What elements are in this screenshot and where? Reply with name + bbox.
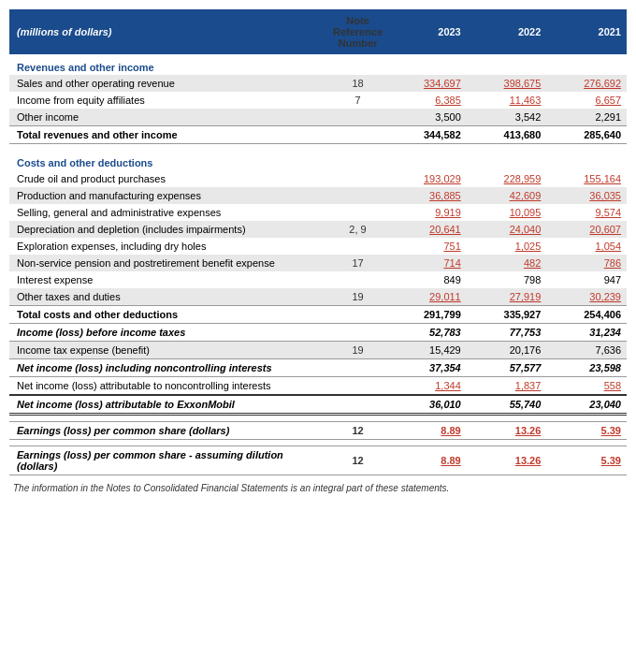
row-val-2022: 20,176 [467, 342, 547, 359]
row-val-2022: 1,025 [467, 238, 547, 255]
row-label: Production and manufacturing expenses [9, 187, 329, 204]
financial-statement: (millions of dollars) Note Reference Num… [9, 9, 627, 493]
row-val-2021: 23,598 [546, 359, 627, 377]
row-val-2022: 24,040 [467, 221, 547, 238]
row-note [329, 324, 386, 342]
row-label: Total costs and other deductions [9, 306, 329, 324]
row-label: Income from equity affiliates [9, 92, 329, 109]
table-row: Net income (loss) attributable to noncon… [9, 377, 627, 396]
table-row: Net income (loss) including noncontrolli… [9, 359, 627, 377]
table-row: Income from equity affiliates 7 6,385 11… [9, 92, 627, 109]
row-val-2022: 27,919 [467, 288, 547, 306]
row-val-2021: 558 [546, 377, 627, 396]
row-val-2021: 1,054 [546, 238, 627, 255]
row-label: Net income (loss) attributable to noncon… [9, 377, 329, 396]
row-val-2023: 291,799 [386, 306, 467, 324]
row-val-2021: 36,035 [546, 187, 627, 204]
header-2023: 2023 [386, 9, 467, 54]
header-2021: 2021 [546, 9, 627, 54]
row-val-2023: 751 [386, 238, 467, 255]
table-row: Exploration expenses, including dry hole… [9, 238, 627, 255]
header-2022: 2022 [467, 9, 547, 54]
table-row: Interest expense 849 798 947 [9, 271, 627, 288]
row-val-2023: 714 [386, 255, 467, 271]
table-row: Selling, general and administrative expe… [9, 204, 627, 221]
row-val-2021: 30,239 [546, 288, 627, 306]
row-val-2023: 9,919 [386, 204, 467, 221]
row-val-2023: 36,885 [386, 187, 467, 204]
row-val-2023: 52,783 [386, 324, 467, 342]
row-val-2023: 15,429 [386, 342, 467, 359]
row-note: 17 [329, 255, 386, 271]
row-note [329, 359, 386, 377]
row-val-2023: 20,641 [386, 221, 467, 238]
row-val-2023: 334,697 [386, 75, 467, 92]
row-note [329, 126, 386, 144]
table-row: Income tax expense (benefit) 19 15,429 2… [9, 342, 627, 359]
row-note: 12 [329, 446, 386, 475]
table-row: Net income (loss) attributable to ExxonM… [9, 395, 627, 415]
row-note [329, 204, 386, 221]
row-label: Other taxes and duties [9, 288, 329, 306]
row-val-2023: 1,344 [386, 377, 467, 396]
row-note [329, 306, 386, 324]
row-note: 7 [329, 92, 386, 109]
row-val-2023: 37,354 [386, 359, 467, 377]
row-val-2022: 1,837 [467, 377, 547, 396]
row-note [329, 109, 386, 126]
row-val-2021: 7,636 [546, 342, 627, 359]
row-label: Total revenues and other income [9, 126, 329, 144]
row-val-2021: 254,406 [546, 306, 627, 324]
row-val-2021: 6,657 [546, 92, 627, 109]
row-val-2022: 11,463 [467, 92, 547, 109]
spacer-row [9, 440, 627, 446]
row-val-2023: 36,010 [386, 395, 467, 415]
row-label: Earnings (loss) per common share (dollar… [9, 422, 329, 440]
table-row: Production and manufacturing expenses 36… [9, 187, 627, 204]
row-label: Earnings (loss) per common share - assum… [9, 446, 329, 475]
table-row: Non-service pension and postretirement b… [9, 255, 627, 271]
section-header-row: Costs and other deductions [9, 150, 627, 170]
row-val-2021: 9,574 [546, 204, 627, 221]
row-val-2023: 29,011 [386, 288, 467, 306]
row-val-2022: 228,959 [467, 170, 547, 187]
table-row: Other taxes and duties 19 29,011 27,919 … [9, 288, 627, 306]
row-val-2022: 398,675 [467, 75, 547, 92]
header-label: (millions of dollars) [9, 9, 329, 54]
row-val-2021: 20,607 [546, 221, 627, 238]
row-note [329, 187, 386, 204]
row-val-2021: 2,291 [546, 109, 627, 126]
header-note: Note Reference Number [329, 9, 386, 54]
table-row: Total revenues and other income 344,582 … [9, 126, 627, 144]
row-val-2021: 5.39 [546, 446, 627, 475]
table-row: Depreciation and depletion (includes imp… [9, 221, 627, 238]
row-label: Income tax expense (benefit) [9, 342, 329, 359]
row-label: Crude oil and product purchases [9, 170, 329, 187]
row-val-2022: 55,740 [467, 395, 547, 415]
row-note [329, 395, 386, 415]
row-val-2023: 6,385 [386, 92, 467, 109]
footnote-text: The information in the Notes to Consolid… [9, 483, 627, 493]
row-note [329, 170, 386, 187]
row-val-2022: 413,680 [467, 126, 547, 144]
table-row: Other income 3,500 3,542 2,291 [9, 109, 627, 126]
row-note [329, 238, 386, 255]
row-val-2022: 42,609 [467, 187, 547, 204]
row-label: Depreciation and depletion (includes imp… [9, 221, 329, 238]
row-val-2022: 10,095 [467, 204, 547, 221]
spacer-row [9, 415, 627, 422]
row-val-2022: 3,542 [467, 109, 547, 126]
section-header-label: Costs and other deductions [9, 150, 627, 170]
row-val-2022: 335,927 [467, 306, 547, 324]
row-label: Non-service pension and postretirement b… [9, 255, 329, 271]
row-label: Exploration expenses, including dry hole… [9, 238, 329, 255]
row-val-2021: 276,692 [546, 75, 627, 92]
row-note: 2, 9 [329, 221, 386, 238]
table-row: Total costs and other deductions 291,799… [9, 306, 627, 324]
table-header: (millions of dollars) Note Reference Num… [9, 9, 627, 54]
table-row: Earnings (loss) per common share - assum… [9, 446, 627, 475]
row-val-2021: 5.39 [546, 422, 627, 440]
row-val-2022: 13.26 [467, 446, 547, 475]
row-label: Sales and other operating revenue [9, 75, 329, 92]
row-val-2021: 285,640 [546, 126, 627, 144]
